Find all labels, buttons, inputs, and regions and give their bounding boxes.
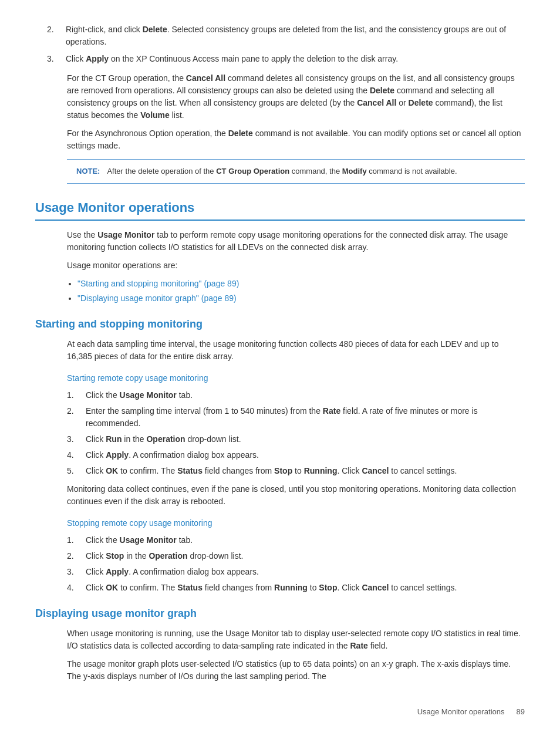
note-box: NOTE: After the delete operation of the …: [67, 159, 525, 184]
section-starting-stopping-title: Starting and stopping monitoring: [35, 316, 525, 332]
section-displaying-title: Displaying usage monitor graph: [35, 606, 525, 622]
displaying-para2: The usage monitor graph plots user-selec…: [35, 658, 525, 683]
link-item-1: "Starting and stopping monitoring" (page…: [77, 278, 525, 290]
step-start-4: 4. Click Apply. A confirmation dialog bo…: [67, 449, 525, 461]
step-stop-3: 3. Click Apply. A confirmation dialog bo…: [67, 566, 525, 578]
step-stop-4: 4. Click OK to confirm. The Status field…: [67, 582, 525, 594]
list-item-3-text: Click Apply on the XP Continuous Access …: [66, 53, 398, 65]
displaying-para1: When usage monitoring is running, use th…: [35, 627, 525, 652]
usage-monitor-links-list: "Starting and stopping monitoring" (page…: [77, 278, 525, 305]
starting-stopping-intro: At each data sampling time interval, the…: [35, 338, 525, 363]
stopping-remote-steps: 1. Click the Usage Monitor tab. 2. Click…: [35, 534, 525, 594]
link-starting-monitoring[interactable]: "Starting and stopping monitoring" (page…: [77, 279, 239, 288]
footer-section-label: Usage Monitor operations: [417, 706, 505, 718]
list-item-3: 3. Click Apply on the XP Continuous Acce…: [47, 53, 525, 65]
section-stopping-remote-title: Stopping remote copy usage monitoring: [35, 517, 525, 529]
starting-remote-steps: 1. Click the Usage Monitor tab. 2. Enter…: [35, 389, 525, 477]
section-starting-remote-title: Starting remote copy usage monitoring: [35, 372, 525, 384]
monitoring-continue-note: Monitoring data collect continues, even …: [35, 483, 525, 508]
list-num-2: 2.: [47, 23, 59, 48]
usage-monitor-ops-label: Usage monitor operations are:: [35, 259, 525, 272]
note-label: NOTE:: [76, 166, 100, 177]
step-stop-2: 2. Click Stop in the Operation drop-down…: [67, 550, 525, 562]
page-footer: Usage Monitor operations 89: [35, 706, 525, 718]
para-cancel-all: For the CT Group operation, the Cancel A…: [35, 72, 525, 121]
link-displaying-graph[interactable]: "Displaying usage monitor graph" (page 8…: [77, 293, 237, 303]
step-start-2: 2. Enter the sampling time interval (fro…: [67, 405, 525, 430]
list-item-2: 2. Right-click, and click Delete. Select…: [47, 23, 525, 48]
note-text: After the delete operation of the CT Gro…: [107, 166, 457, 177]
footer-page-number: 89: [517, 706, 525, 718]
footer-text: Usage Monitor operations 89: [417, 706, 525, 718]
step-start-5: 5. Click OK to confirm. The Status field…: [67, 465, 525, 477]
section-usage-monitor-title: Usage Monitor operations: [35, 198, 525, 221]
list-item-2-text: Right-click, and click Delete. Selected …: [66, 23, 525, 48]
para-async-option: For the Asynchronous Option operation, t…: [35, 127, 525, 152]
top-numbered-list: 2. Right-click, and click Delete. Select…: [35, 23, 525, 65]
step-start-1: 1. Click the Usage Monitor tab.: [67, 389, 525, 401]
link-item-2: "Displaying usage monitor graph" (page 8…: [77, 292, 525, 305]
step-stop-1: 1. Click the Usage Monitor tab.: [67, 534, 525, 546]
list-num-3: 3.: [47, 53, 59, 65]
usage-monitor-intro: Use the Usage Monitor tab to perform rem…: [35, 229, 525, 254]
page-content: 2. Right-click, and click Delete. Select…: [35, 23, 525, 717]
step-start-3: 3. Click Run in the Operation drop-down …: [67, 433, 525, 445]
